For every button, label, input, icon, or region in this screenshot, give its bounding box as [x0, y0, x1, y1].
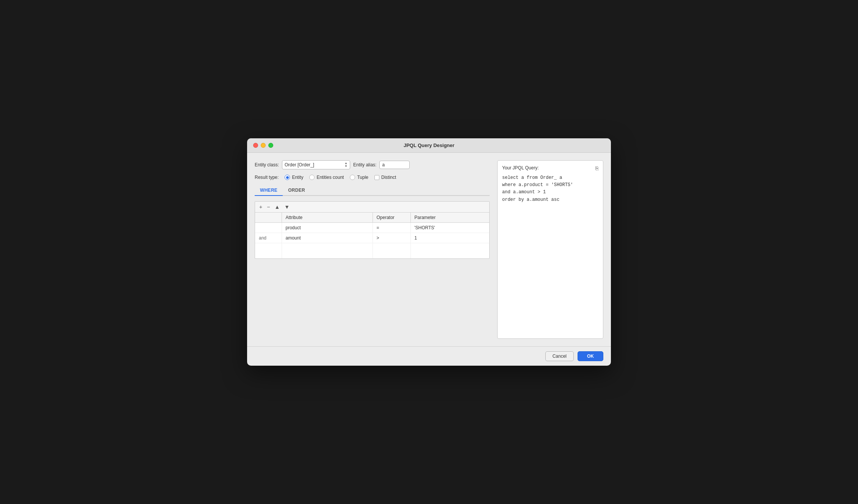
radio-entity-dot: [286, 176, 289, 179]
tabs-container: WHERE ORDER: [255, 185, 490, 196]
entity-class-label: Entity class:: [255, 162, 279, 167]
table-toolbar: + − ▲ ▼: [255, 202, 489, 213]
copy-icon[interactable]: ⎘: [595, 165, 598, 171]
entity-class-select[interactable]: Order [Order_] ▲ ▼: [282, 160, 350, 169]
row2-connector: and: [255, 233, 282, 243]
close-button[interactable]: [253, 143, 258, 148]
tab-order[interactable]: ORDER: [283, 185, 310, 196]
col-header-parameter: Parameter: [410, 213, 489, 223]
col-header-operator: Operator: [373, 213, 410, 223]
result-type-label: Result type:: [255, 175, 279, 180]
tabs-header: WHERE ORDER: [255, 185, 490, 196]
checkbox-distinct-label: Distinct: [381, 175, 396, 180]
remove-condition-button[interactable]: −: [266, 203, 271, 210]
row2-parameter: 1: [410, 233, 489, 243]
maximize-button[interactable]: [268, 143, 273, 148]
footer: Cancel OK: [247, 346, 611, 366]
entity-alias-input[interactable]: [379, 161, 410, 169]
radio-entity-circle: [285, 175, 290, 180]
entity-class-value: Order [Order_]: [285, 162, 314, 167]
row1-connector: [255, 223, 282, 233]
add-condition-button[interactable]: +: [258, 203, 263, 210]
col-header-attribute: Attribute: [282, 213, 373, 223]
window-title: JPQL Query Designer: [404, 142, 454, 148]
radio-entity[interactable]: Entity: [285, 175, 303, 180]
radio-tuple-circle: [350, 175, 355, 180]
row2-attribute: amount: [282, 233, 373, 243]
result-type-row: Result type: Entity Entities count Tuple: [255, 175, 490, 180]
row2-operator: >: [373, 233, 410, 243]
move-up-button[interactable]: ▲: [273, 203, 281, 210]
select-arrows-icon: ▲ ▼: [344, 162, 348, 168]
ok-button[interactable]: OK: [578, 351, 603, 361]
empty-row: [255, 243, 489, 258]
query-panel-header: Your JPQL Query: ⎘: [502, 165, 598, 171]
radio-tuple-label: Tuple: [357, 175, 368, 180]
move-down-button[interactable]: ▼: [283, 203, 291, 210]
row1-attribute: product: [282, 223, 373, 233]
checkbox-distinct[interactable]: Distinct: [374, 175, 396, 180]
query-panel: Your JPQL Query: ⎘ select a from Order_ …: [497, 160, 603, 339]
entity-class-row: Entity class: Order [Order_] ▲ ▼ Entity …: [255, 160, 490, 169]
where-table-container: + − ▲ ▼ Attribute Operator Parameter: [255, 201, 490, 259]
radio-entity-label: Entity: [292, 175, 303, 180]
traffic-lights: [253, 143, 273, 148]
tab-where[interactable]: WHERE: [255, 185, 283, 196]
row1-operator: =: [373, 223, 410, 233]
cancel-button[interactable]: Cancel: [545, 351, 574, 361]
entity-alias-label: Entity alias:: [353, 162, 376, 167]
minimize-button[interactable]: [261, 143, 266, 148]
radio-entities-count-label: Entities count: [316, 175, 344, 180]
query-text: select a from Order_ a where a.product =…: [502, 174, 598, 203]
conditions-tbody: product = 'SHORTS' and amount > 1: [255, 223, 489, 258]
radio-entities-count-circle: [309, 175, 315, 180]
table-row[interactable]: product = 'SHORTS': [255, 223, 489, 233]
titlebar: JPQL Query Designer: [247, 138, 611, 153]
radio-entities-count[interactable]: Entities count: [309, 175, 344, 180]
radio-tuple[interactable]: Tuple: [350, 175, 368, 180]
table-row[interactable]: and amount > 1: [255, 233, 489, 243]
query-panel-label: Your JPQL Query:: [502, 165, 539, 171]
checkbox-distinct-box: [374, 175, 379, 180]
window-body: Entity class: Order [Order_] ▲ ▼ Entity …: [247, 153, 611, 346]
col-header-connector: [255, 213, 282, 223]
row1-parameter: 'SHORTS': [410, 223, 489, 233]
main-window: JPQL Query Designer Entity class: Order …: [247, 138, 611, 366]
conditions-table: Attribute Operator Parameter product = '…: [255, 213, 489, 258]
left-panel: Entity class: Order [Order_] ▲ ▼ Entity …: [255, 160, 490, 339]
